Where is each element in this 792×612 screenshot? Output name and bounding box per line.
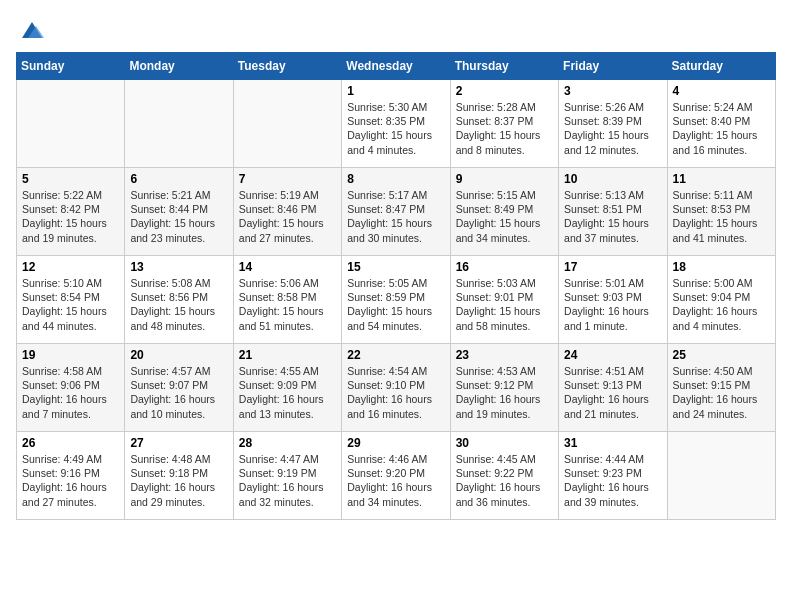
day-number: 5 <box>22 172 119 186</box>
day-number: 19 <box>22 348 119 362</box>
weekday-header-saturday: Saturday <box>667 53 775 80</box>
day-info: Sunrise: 5:21 AM Sunset: 8:44 PM Dayligh… <box>130 188 227 245</box>
day-info: Sunrise: 5:19 AM Sunset: 8:46 PM Dayligh… <box>239 188 336 245</box>
weekday-header-row: SundayMondayTuesdayWednesdayThursdayFrid… <box>17 53 776 80</box>
calendar-cell: 2Sunrise: 5:28 AM Sunset: 8:37 PM Daylig… <box>450 80 558 168</box>
calendar-cell: 11Sunrise: 5:11 AM Sunset: 8:53 PM Dayli… <box>667 168 775 256</box>
calendar-week-row: 1Sunrise: 5:30 AM Sunset: 8:35 PM Daylig… <box>17 80 776 168</box>
logo-icon <box>18 16 46 44</box>
weekday-header-friday: Friday <box>559 53 667 80</box>
calendar-cell: 14Sunrise: 5:06 AM Sunset: 8:58 PM Dayli… <box>233 256 341 344</box>
day-info: Sunrise: 5:06 AM Sunset: 8:58 PM Dayligh… <box>239 276 336 333</box>
calendar-cell: 31Sunrise: 4:44 AM Sunset: 9:23 PM Dayli… <box>559 432 667 520</box>
calendar-week-row: 5Sunrise: 5:22 AM Sunset: 8:42 PM Daylig… <box>17 168 776 256</box>
weekday-header-sunday: Sunday <box>17 53 125 80</box>
day-info: Sunrise: 5:10 AM Sunset: 8:54 PM Dayligh… <box>22 276 119 333</box>
calendar-cell: 24Sunrise: 4:51 AM Sunset: 9:13 PM Dayli… <box>559 344 667 432</box>
day-number: 4 <box>673 84 770 98</box>
weekday-header-monday: Monday <box>125 53 233 80</box>
calendar-cell: 23Sunrise: 4:53 AM Sunset: 9:12 PM Dayli… <box>450 344 558 432</box>
day-number: 28 <box>239 436 336 450</box>
calendar-cell: 30Sunrise: 4:45 AM Sunset: 9:22 PM Dayli… <box>450 432 558 520</box>
calendar-cell: 13Sunrise: 5:08 AM Sunset: 8:56 PM Dayli… <box>125 256 233 344</box>
calendar-cell: 10Sunrise: 5:13 AM Sunset: 8:51 PM Dayli… <box>559 168 667 256</box>
day-number: 26 <box>22 436 119 450</box>
calendar-week-row: 19Sunrise: 4:58 AM Sunset: 9:06 PM Dayli… <box>17 344 776 432</box>
day-number: 6 <box>130 172 227 186</box>
day-number: 13 <box>130 260 227 274</box>
calendar-cell: 22Sunrise: 4:54 AM Sunset: 9:10 PM Dayli… <box>342 344 450 432</box>
day-info: Sunrise: 4:50 AM Sunset: 9:15 PM Dayligh… <box>673 364 770 421</box>
calendar-cell: 12Sunrise: 5:10 AM Sunset: 8:54 PM Dayli… <box>17 256 125 344</box>
day-info: Sunrise: 5:13 AM Sunset: 8:51 PM Dayligh… <box>564 188 661 245</box>
day-number: 24 <box>564 348 661 362</box>
calendar-cell <box>125 80 233 168</box>
day-number: 21 <box>239 348 336 362</box>
calendar-week-row: 12Sunrise: 5:10 AM Sunset: 8:54 PM Dayli… <box>17 256 776 344</box>
day-info: Sunrise: 5:01 AM Sunset: 9:03 PM Dayligh… <box>564 276 661 333</box>
day-number: 3 <box>564 84 661 98</box>
day-number: 8 <box>347 172 444 186</box>
calendar-cell: 15Sunrise: 5:05 AM Sunset: 8:59 PM Dayli… <box>342 256 450 344</box>
calendar-cell: 21Sunrise: 4:55 AM Sunset: 9:09 PM Dayli… <box>233 344 341 432</box>
day-info: Sunrise: 5:26 AM Sunset: 8:39 PM Dayligh… <box>564 100 661 157</box>
calendar-cell: 27Sunrise: 4:48 AM Sunset: 9:18 PM Dayli… <box>125 432 233 520</box>
day-info: Sunrise: 4:49 AM Sunset: 9:16 PM Dayligh… <box>22 452 119 509</box>
calendar-cell: 29Sunrise: 4:46 AM Sunset: 9:20 PM Dayli… <box>342 432 450 520</box>
calendar-cell: 20Sunrise: 4:57 AM Sunset: 9:07 PM Dayli… <box>125 344 233 432</box>
calendar-cell: 1Sunrise: 5:30 AM Sunset: 8:35 PM Daylig… <box>342 80 450 168</box>
calendar-table: SundayMondayTuesdayWednesdayThursdayFrid… <box>16 52 776 520</box>
day-number: 16 <box>456 260 553 274</box>
day-number: 22 <box>347 348 444 362</box>
day-info: Sunrise: 4:45 AM Sunset: 9:22 PM Dayligh… <box>456 452 553 509</box>
day-info: Sunrise: 5:05 AM Sunset: 8:59 PM Dayligh… <box>347 276 444 333</box>
day-number: 2 <box>456 84 553 98</box>
calendar-cell: 6Sunrise: 5:21 AM Sunset: 8:44 PM Daylig… <box>125 168 233 256</box>
day-number: 14 <box>239 260 336 274</box>
day-info: Sunrise: 4:54 AM Sunset: 9:10 PM Dayligh… <box>347 364 444 421</box>
day-number: 30 <box>456 436 553 450</box>
day-number: 1 <box>347 84 444 98</box>
day-info: Sunrise: 5:22 AM Sunset: 8:42 PM Dayligh… <box>22 188 119 245</box>
weekday-header-wednesday: Wednesday <box>342 53 450 80</box>
calendar-cell: 7Sunrise: 5:19 AM Sunset: 8:46 PM Daylig… <box>233 168 341 256</box>
day-number: 29 <box>347 436 444 450</box>
day-info: Sunrise: 5:30 AM Sunset: 8:35 PM Dayligh… <box>347 100 444 157</box>
logo <box>16 16 46 44</box>
day-number: 31 <box>564 436 661 450</box>
day-info: Sunrise: 4:58 AM Sunset: 9:06 PM Dayligh… <box>22 364 119 421</box>
page-header <box>16 16 776 44</box>
day-number: 18 <box>673 260 770 274</box>
day-info: Sunrise: 4:46 AM Sunset: 9:20 PM Dayligh… <box>347 452 444 509</box>
day-info: Sunrise: 4:55 AM Sunset: 9:09 PM Dayligh… <box>239 364 336 421</box>
day-info: Sunrise: 5:00 AM Sunset: 9:04 PM Dayligh… <box>673 276 770 333</box>
day-info: Sunrise: 4:51 AM Sunset: 9:13 PM Dayligh… <box>564 364 661 421</box>
calendar-cell: 19Sunrise: 4:58 AM Sunset: 9:06 PM Dayli… <box>17 344 125 432</box>
calendar-cell: 4Sunrise: 5:24 AM Sunset: 8:40 PM Daylig… <box>667 80 775 168</box>
calendar-week-row: 26Sunrise: 4:49 AM Sunset: 9:16 PM Dayli… <box>17 432 776 520</box>
calendar-cell: 5Sunrise: 5:22 AM Sunset: 8:42 PM Daylig… <box>17 168 125 256</box>
day-info: Sunrise: 4:53 AM Sunset: 9:12 PM Dayligh… <box>456 364 553 421</box>
day-info: Sunrise: 5:17 AM Sunset: 8:47 PM Dayligh… <box>347 188 444 245</box>
day-number: 9 <box>456 172 553 186</box>
calendar-cell: 16Sunrise: 5:03 AM Sunset: 9:01 PM Dayli… <box>450 256 558 344</box>
day-number: 10 <box>564 172 661 186</box>
calendar-cell <box>17 80 125 168</box>
calendar-cell: 28Sunrise: 4:47 AM Sunset: 9:19 PM Dayli… <box>233 432 341 520</box>
day-number: 27 <box>130 436 227 450</box>
day-info: Sunrise: 5:11 AM Sunset: 8:53 PM Dayligh… <box>673 188 770 245</box>
calendar-cell: 3Sunrise: 5:26 AM Sunset: 8:39 PM Daylig… <box>559 80 667 168</box>
weekday-header-tuesday: Tuesday <box>233 53 341 80</box>
day-info: Sunrise: 5:24 AM Sunset: 8:40 PM Dayligh… <box>673 100 770 157</box>
day-number: 17 <box>564 260 661 274</box>
weekday-header-thursday: Thursday <box>450 53 558 80</box>
day-number: 11 <box>673 172 770 186</box>
day-info: Sunrise: 4:48 AM Sunset: 9:18 PM Dayligh… <box>130 452 227 509</box>
day-info: Sunrise: 4:44 AM Sunset: 9:23 PM Dayligh… <box>564 452 661 509</box>
calendar-cell: 25Sunrise: 4:50 AM Sunset: 9:15 PM Dayli… <box>667 344 775 432</box>
day-number: 20 <box>130 348 227 362</box>
calendar-cell: 9Sunrise: 5:15 AM Sunset: 8:49 PM Daylig… <box>450 168 558 256</box>
day-number: 7 <box>239 172 336 186</box>
day-info: Sunrise: 5:08 AM Sunset: 8:56 PM Dayligh… <box>130 276 227 333</box>
day-info: Sunrise: 5:15 AM Sunset: 8:49 PM Dayligh… <box>456 188 553 245</box>
